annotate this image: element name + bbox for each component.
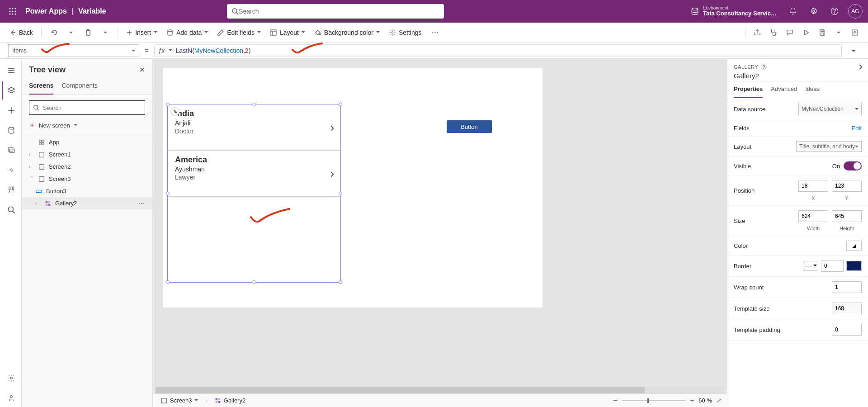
position-x-input[interactable] [798, 180, 828, 192]
comments-button[interactable] [782, 25, 797, 40]
tree-search-input[interactable] [43, 104, 141, 111]
tab-ideas[interactable]: Ideas [805, 85, 820, 98]
control-name[interactable]: Gallery2 [734, 72, 862, 80]
tree-node-app[interactable]: App [22, 136, 152, 148]
paste-dropdown[interactable] [98, 25, 113, 40]
undo-button[interactable] [46, 25, 61, 40]
zoom-in-button[interactable]: + [690, 397, 694, 405]
app-launcher-button[interactable] [4, 2, 22, 20]
tree-node-button3[interactable]: Button3 [22, 185, 152, 197]
tree-search[interactable] [29, 100, 145, 115]
save-dropdown[interactable] [831, 25, 846, 40]
gallery-item[interactable]: America Ayushman Lawyer [168, 151, 340, 197]
border-width-input[interactable] [821, 260, 844, 272]
new-screen-button[interactable]: ＋ New screen [22, 118, 152, 132]
formula-expand-button[interactable] [847, 47, 860, 55]
property-selector[interactable]: Items [8, 44, 139, 57]
panel-expand-button[interactable] [858, 63, 862, 70]
border-color-picker[interactable] [846, 261, 862, 271]
tree-node-gallery2[interactable]: › Gallery2 ⋯ [22, 197, 152, 209]
paste-button[interactable] [80, 25, 96, 40]
rail-insert[interactable] [2, 101, 20, 119]
environment-label: Environment [703, 5, 777, 10]
tree-node-screen2[interactable]: › Screen2 [22, 161, 152, 173]
layout-button[interactable]: Layout [266, 26, 309, 39]
svg-point-3 [9, 11, 11, 12]
rail-virtual-agent[interactable] [2, 389, 20, 407]
environment-picker[interactable]: Environment Tata Consultancy Servic… [686, 5, 781, 17]
color-picker[interactable]: ◢ [846, 241, 862, 251]
tree-node-screen1[interactable]: › Screen1 [22, 148, 152, 161]
rail-settings[interactable] [2, 369, 20, 387]
notifications-button[interactable] [784, 2, 802, 20]
overflow-button[interactable]: ⋯ [427, 25, 443, 40]
layers-icon [7, 86, 15, 95]
svg-rect-57 [36, 190, 42, 192]
tree-node-screen3[interactable]: › Screen3 [22, 173, 152, 185]
app-checker-button[interactable] [766, 25, 781, 40]
canvas-horizontal-scrollbar[interactable] [156, 387, 724, 393]
share-button[interactable] [750, 25, 765, 40]
gallery-item[interactable]: India Anjali Doctor [168, 104, 340, 151]
tab-properties[interactable]: Properties [734, 85, 763, 98]
position-y-input[interactable] [832, 180, 862, 192]
canvas-gallery-control[interactable]: ✎ India Anjali Doctor America Ayushman L… [167, 104, 341, 283]
tab-advanced[interactable]: Advanced [771, 85, 797, 98]
left-rail [0, 59, 22, 407]
visible-toggle[interactable] [844, 161, 862, 170]
rail-variables[interactable] [2, 181, 20, 199]
rail-hamburger[interactable] [2, 62, 20, 80]
formula-input[interactable]: ƒx LastN(MyNewCollection,2) [154, 44, 842, 57]
edit-fields-button[interactable]: Edit fields [213, 26, 264, 39]
button-icon [35, 188, 42, 194]
rail-search[interactable] [2, 201, 20, 219]
rail-tree-view[interactable] [2, 81, 20, 99]
preview-button[interactable] [798, 25, 814, 40]
size-label: Size [734, 218, 745, 224]
fields-edit-link[interactable]: Edit [852, 125, 862, 132]
back-button[interactable]: Back [5, 26, 37, 39]
border-style-dropdown[interactable] [803, 261, 818, 271]
add-data-button[interactable]: Add data [163, 26, 212, 39]
gallery-edit-pencil-button[interactable]: ✎ [170, 107, 179, 116]
breadcrumb-gallery[interactable]: Gallery2 [212, 396, 248, 405]
chevron-right-icon[interactable] [330, 123, 333, 132]
design-canvas[interactable]: Button ✎ India Anjali Doctor America Ayu [163, 68, 542, 308]
settings-button[interactable] [805, 2, 823, 20]
template-size-label: Template size [734, 305, 769, 312]
gallery-item-subtitle: Ayushman [175, 166, 333, 173]
wrap-count-input[interactable] [832, 281, 862, 293]
position-label: Position [734, 187, 755, 194]
chevron-right-icon[interactable] [330, 169, 333, 178]
save-button[interactable] [815, 25, 830, 40]
rail-power-automate[interactable] [2, 161, 20, 179]
insert-button[interactable]: Insert [123, 26, 161, 39]
zoom-out-button[interactable]: − [613, 396, 618, 405]
template-padding-input[interactable] [832, 324, 862, 336]
background-color-button[interactable]: Background color [311, 26, 383, 39]
user-avatar[interactable]: AG [846, 2, 864, 20]
global-search-input[interactable] [239, 8, 439, 15]
rail-media[interactable] [2, 141, 20, 159]
breadcrumb-screen[interactable]: Screen3 [158, 396, 201, 405]
size-width-input[interactable] [798, 210, 828, 222]
zoom-slider[interactable] [622, 400, 685, 401]
size-height-input[interactable] [832, 210, 862, 222]
tab-components[interactable]: Components [61, 78, 97, 95]
global-search[interactable] [227, 4, 444, 19]
settings-menu-button[interactable]: Settings [385, 26, 425, 39]
help-button[interactable] [826, 2, 844, 20]
template-size-input[interactable] [832, 303, 862, 314]
canvas-button-control[interactable]: Button [447, 120, 492, 133]
rail-data[interactable] [2, 121, 20, 139]
undo-dropdown[interactable] [63, 25, 79, 40]
tree-view-close-button[interactable]: ✕ [139, 66, 145, 74]
layout-dropdown[interactable]: Title, subtitle, and body [796, 141, 862, 152]
status-bar: Screen3 › Gallery2 − + 60 % ⤢ [153, 393, 727, 407]
svg-point-12 [813, 10, 815, 13]
tree-node-more-button[interactable]: ⋯ [138, 200, 145, 207]
data-source-dropdown[interactable]: MyNewCollection [798, 103, 862, 115]
tab-screens[interactable]: Screens [29, 78, 53, 95]
publish-button[interactable] [847, 25, 863, 40]
fit-to-window-button[interactable]: ⤢ [717, 397, 722, 404]
